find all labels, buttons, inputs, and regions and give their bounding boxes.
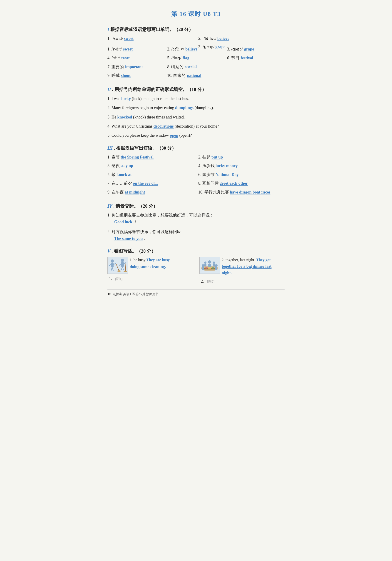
section-iv-title: IV . 情景交际。（20 分） (107, 202, 285, 210)
svg-point-7 (117, 270, 121, 272)
section-i-grid: 1. /swi:t/ sweet 2. /bɪˈliːv/ believe (107, 35, 285, 43)
list-item: 10. 国家的 national (167, 72, 225, 79)
section-iii-roman: III (107, 146, 113, 151)
footer-page-number: 16 (107, 291, 111, 297)
svg-line-11 (123, 267, 124, 270)
svg-rect-28 (204, 264, 206, 267)
svg-rect-24 (202, 267, 204, 270)
list-item: 5. Could you please keep the window open… (107, 132, 285, 139)
section-iv-instruction: . 情景交际。（20 分） (113, 204, 158, 208)
section-iii: III . 根据汉语写出短语。（30 分） 1. 春节 the Spring F… (107, 144, 285, 197)
svg-line-12 (119, 264, 121, 266)
cleaning-illustration (108, 257, 128, 274)
svg-line-5 (113, 263, 116, 264)
list-item: 4. 压岁钱 lucky money (198, 162, 285, 169)
section-i-title: I 根据音标或汉语意思写出单词。（20 分） (107, 25, 285, 33)
section-iv-roman: IV (107, 204, 112, 208)
section-iii-grid: 1. 春节 the Spring Festival 2. 挂起 put up 3… (107, 154, 285, 197)
section-i-instruction: 根据音标或汉语意思写出单词。（20 分） (110, 27, 193, 32)
svg-point-0 (111, 259, 114, 263)
svg-point-29 (213, 261, 215, 264)
list-item: 8. 特别的 special (167, 64, 225, 71)
list-item: 1. /swi:t/ sweet (107, 46, 165, 53)
section-ii-title: II . 用括号内所给单词的正确形式填空。（10 分） (107, 86, 285, 93)
svg-rect-15 (124, 271, 127, 272)
section-v-grid: 1. be busy They are busy doing some clea… (107, 257, 285, 285)
section-i: I 根据音标或汉语意思写出单词。（20 分） 1. /swi:t/ sweet … (107, 25, 285, 80)
svg-point-20 (212, 267, 214, 269)
list-item: 2. 对方祝福你春节快乐，你可以这样回应： The same to you 。 (107, 228, 285, 242)
list-item: 8. 互相问候 greet each other (198, 180, 285, 187)
list-item: 3. /ɡreɪp/ grape (227, 46, 285, 53)
dinner-illustration (200, 257, 220, 274)
svg-point-25 (215, 264, 217, 267)
answer-i-2: believe (217, 35, 229, 42)
section-v: V . 看图写话。（20 分） (107, 247, 285, 285)
list-item: 1. I was lucky (luck) enough to catch th… (107, 95, 285, 102)
section-v-item-2: 2. together, last night They got togethe… (199, 257, 285, 285)
list-item: 1. /swi:t/ sweet (107, 35, 194, 42)
section-iii-title: III . 根据汉语写出短语。（30 分） (107, 144, 285, 152)
list-item: 6. 国庆节 National Day (198, 171, 285, 178)
section-v-instruction: . 看图写话。（20 分） (112, 248, 156, 254)
list-item: 9. 在午夜 at midnight (107, 189, 194, 196)
illustration-1 (107, 257, 128, 274)
section-ii: II . 用括号内所给单词的正确形式填空。（10 分） 1. I was luc… (107, 86, 285, 139)
list-item: 6. 节日 festival (227, 54, 285, 62)
svg-point-23 (202, 264, 204, 267)
list-item: 7. 重要的 important (107, 64, 165, 71)
list-item: 4. What are your Christmas decorations (… (107, 123, 285, 130)
footer: 16 点拨考·英语·C课前小测·教师用书 (107, 289, 285, 297)
svg-line-4 (109, 264, 111, 266)
section-i-roman: I (107, 27, 109, 32)
section-v-roman: V (107, 248, 110, 254)
svg-line-13 (124, 263, 126, 264)
illustration-2 (199, 257, 220, 274)
list-item: 7. 在……前夕 on the eve of... (107, 180, 194, 187)
section-ii-instruction: . 用括号内所给单词的正确形式填空。（10 分） (112, 87, 206, 92)
list-item: 1. 春节 the Spring Festival (107, 154, 194, 161)
svg-line-14 (125, 263, 126, 272)
svg-line-6 (116, 263, 119, 271)
section-v-item-1: 1. be busy They are busy doing some clea… (107, 257, 193, 285)
svg-point-21 (208, 260, 211, 264)
list-item: 2. /bɪˈliːv/ believe (198, 35, 285, 42)
section-i-3col: 1. /swi:t/ sweet 2. /bɪˈliːv/ believe 3.… (107, 46, 285, 80)
list-item: 5. /flæɡ/ flag (167, 54, 225, 62)
svg-line-3 (112, 267, 113, 271)
page-title: 第 16 课时 U8 T3 (107, 9, 285, 19)
section-iv: IV . 情景交际。（20 分） 1. 你知道朋友要去参加比赛，想要祝他好运，可… (107, 202, 285, 242)
list-item: 3. 熬夜 stay up (107, 162, 194, 169)
list-item: 2. Many foreigners begin to enjoy eating… (107, 104, 285, 111)
svg-rect-26 (215, 267, 217, 270)
list-item: 2. /bɪˈliːv/ believe (167, 46, 225, 53)
list-item: 3. He knocked (knock) three times and wa… (107, 113, 285, 121)
footer-text: 点拨考·英语·C课前小测·教师用书 (113, 291, 158, 297)
list-item: 2. 挂起 put up (198, 154, 285, 161)
svg-rect-9 (121, 262, 124, 267)
svg-rect-30 (213, 264, 215, 267)
section-ii-roman: II (107, 87, 111, 92)
list-item: 10. 举行龙舟比赛 have dragon boat races (198, 189, 285, 196)
svg-point-8 (121, 259, 124, 262)
svg-point-27 (204, 261, 206, 264)
svg-rect-22 (208, 264, 211, 267)
section-iii-instruction: . 根据汉语写出短语。（30 分） (114, 146, 176, 151)
svg-point-19 (205, 267, 207, 269)
list-item: 1. 你知道朋友要去参加比赛，想要祝他好运，可以这样说： Good luck ！ (107, 212, 285, 226)
list-item: 9. 呼喊 shout (107, 72, 165, 79)
answer-i-1: sweet (124, 35, 134, 42)
list-item: 5. 敲 knock at (107, 171, 194, 178)
list-item: 4. /triːt/ treat (107, 54, 165, 62)
section-v-title: V . 看图写话。（20 分） (107, 247, 285, 255)
svg-rect-1 (111, 263, 113, 267)
